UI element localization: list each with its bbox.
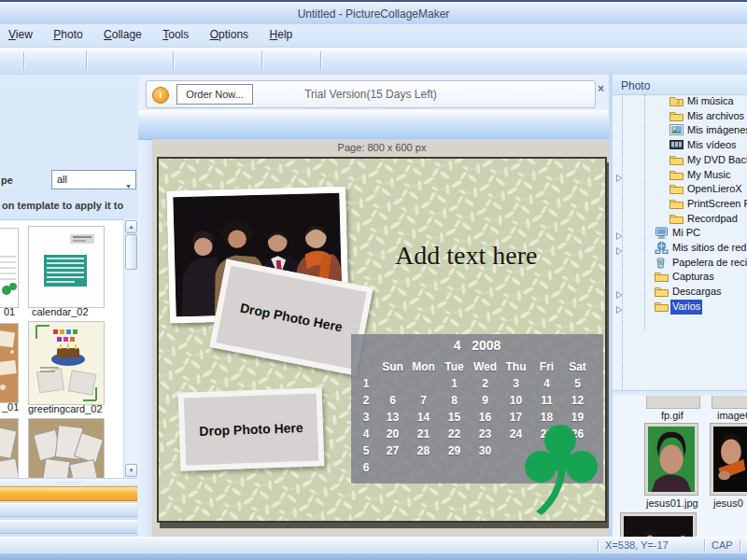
dropdown-value: all	[57, 174, 67, 185]
template-scrollbar[interactable]: ▲ ▼	[123, 219, 138, 478]
tree-item-label: My DVD Backu	[685, 153, 747, 168]
scroll-down-icon[interactable]: ▼	[125, 464, 137, 477]
template-hint-text: on template to apply it to	[2, 200, 138, 211]
calendar-day-cell	[408, 375, 439, 392]
toolbar-separator	[23, 51, 24, 70]
calendar-day-header: Fri	[531, 358, 562, 375]
calendar-day-cell: 9	[470, 392, 500, 409]
scrollbar-thumb[interactable]	[125, 234, 137, 270]
template-misc-01-thumb[interactable]	[0, 418, 19, 479]
category-bar[interactable]	[0, 520, 137, 534]
tree-item-label: Papelera de recicl	[670, 256, 747, 271]
photo-thumb-label: fp.gif	[661, 410, 684, 421]
shamrock-clipart[interactable]	[504, 420, 607, 521]
calendar-day-cell: 29	[439, 442, 470, 459]
tree-item-my-music[interactable]: My Music	[613, 168, 747, 183]
scroll-up-icon[interactable]: ▲	[125, 220, 137, 233]
tree-item-label: Mis archivos r	[685, 109, 747, 124]
template-type-dropdown[interactable]: all ▼	[51, 170, 136, 189]
template-misc-02-thumb[interactable]	[28, 418, 105, 479]
chevron-down-icon: ▼	[125, 177, 132, 195]
photo-thumb-jesus0[interactable]	[710, 423, 747, 496]
tree-item-varios[interactable]: Varios	[613, 300, 747, 315]
calendar-day-header: Sun	[377, 358, 408, 375]
category-bar-selected[interactable]	[0, 486, 137, 501]
calendar-day-cell: 3	[500, 375, 531, 392]
calendar-day-header: Sat	[562, 358, 593, 375]
photo-thumb-partial[interactable]	[712, 396, 747, 409]
tree-item-label: OpenLieroX	[685, 182, 744, 197]
tree-item-capturas[interactable]: Capturas	[613, 270, 747, 285]
tree-item-label: Recordpad	[685, 212, 740, 227]
menu-tools[interactable]: Tools	[154, 24, 197, 45]
tree-item-printscreen-fi[interactable]: PrintScreen Fi	[613, 197, 747, 212]
calendar-day-cell: 11	[531, 392, 562, 409]
trial-version-text: Trial Version(15 Days Left)	[147, 88, 595, 101]
toolbar-separator	[86, 51, 87, 70]
template-greetingcard-01-thumb[interactable]	[0, 323, 19, 403]
canvas-work-area[interactable]: Page: 747 x 560 px	[152, 139, 612, 537]
template-greetingcard-02-thumb[interactable]	[28, 321, 105, 405]
photo-thumb-partial[interactable]	[646, 396, 700, 409]
template-list: 01 calendar_02 _01	[0, 219, 138, 479]
folder-icon	[655, 301, 669, 316]
tree-item-mi-pc[interactable]: Mi PC	[613, 226, 747, 241]
tree-item-label: Mis vídeos	[685, 138, 739, 153]
template-calendar-01-thumb[interactable]	[0, 228, 19, 308]
menu-collage[interactable]: Collage	[95, 24, 150, 45]
category-bar[interactable]	[0, 503, 137, 517]
cursor-coordinates: X=538, Y=-17	[605, 539, 669, 551]
photo-thumb-label: jesus0	[713, 497, 743, 509]
calendar-day-cell: 30	[470, 442, 500, 459]
toolbar-separator	[173, 51, 174, 70]
calendar-day-cell: 15	[439, 409, 470, 426]
tree-item-mis-v-deos[interactable]: Mis vídeos	[613, 138, 747, 153]
tree-item-label: Mi música	[685, 94, 736, 109]
page-size-label: Page: 747 x 560 px	[152, 142, 612, 153]
calendar-day-cell: 12	[562, 392, 593, 409]
svg-text:♪: ♪	[676, 97, 681, 106]
menu-view[interactable]: View	[0, 24, 41, 45]
calendar-day-cell: 13	[377, 409, 408, 426]
expander-icon[interactable]	[615, 303, 623, 318]
tree-item-label: PrintScreen Fi	[685, 197, 747, 212]
calendar-day-cell: 20	[377, 426, 408, 442]
tree-item-mis-im-genes[interactable]: Mis imágenes	[613, 123, 747, 138]
menu-help[interactable]: Help	[261, 24, 302, 45]
tree-item-openlierox[interactable]: OpenLieroX	[613, 182, 747, 197]
toolbar-separator	[320, 51, 321, 70]
drop-photo-text: Drop Photo Here	[199, 420, 303, 439]
tree-item-label: Mi PC	[670, 226, 702, 241]
collage-page[interactable]: Drop Photo Here Drop Photo Here Add text…	[157, 157, 607, 523]
window-bottom-border	[0, 553, 747, 560]
calendar-day-cell	[408, 459, 439, 476]
close-icon[interactable]: ×	[598, 82, 604, 95]
left-splitter[interactable]	[138, 75, 152, 537]
tree-item-mis-sitios-de-red[interactable]: Mis sitios de red	[613, 241, 747, 256]
tree-item-mis-archivos-r[interactable]: Mis archivos r	[613, 109, 747, 124]
title-bar[interactable]: Untitled - PictureCollageMaker	[0, 2, 747, 24]
add-text-placeholder[interactable]: Add text here	[395, 241, 537, 271]
tree-item-my-dvd-backu[interactable]: My DVD Backu	[613, 153, 747, 168]
canvas-toolbar-strip	[138, 110, 612, 140]
calendar-week-number: 1	[355, 375, 377, 392]
tree-item-descargas[interactable]: Descargas	[613, 285, 747, 300]
photo-thumb-jesus01[interactable]	[644, 423, 698, 496]
tree-item-label: Mis imágenes	[685, 123, 747, 138]
calendar-month-year: 4 2008	[351, 338, 603, 353]
toolbar	[0, 48, 747, 76]
menu-options[interactable]: Options	[202, 24, 257, 45]
tree-item-recordpad[interactable]: Recordpad	[613, 212, 747, 227]
tree-item-label: Descargas	[670, 285, 724, 300]
tree-item-label: My Music	[685, 168, 732, 183]
drop-photo-zone-2[interactable]: Drop Photo Here	[178, 387, 325, 470]
tree-item-papelera-de-recicl[interactable]: Papelera de recicl	[613, 256, 747, 271]
calendar-day-cell: 14	[408, 409, 439, 426]
template-calendar-02-thumb[interactable]	[28, 226, 105, 308]
calendar-day-cell: 6	[377, 392, 408, 409]
menu-photo[interactable]: Photo	[45, 24, 91, 45]
calendar-day-cell: 4	[531, 375, 562, 392]
calendar-week-number: 2	[355, 392, 377, 409]
calendar-day-cell	[470, 459, 500, 476]
tree-item-mi-m-sica[interactable]: ♪Mi música	[613, 94, 747, 109]
